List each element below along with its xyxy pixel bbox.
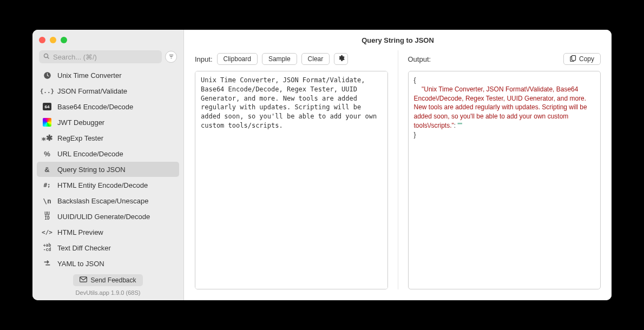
main-body: Input: Clipboard Sample Clear — [184, 50, 612, 300]
percent-icon: % — [42, 149, 52, 159]
output-textarea[interactable]: { "Unix Time Converter, JSON Format\/Val… — [408, 71, 601, 289]
input-textarea[interactable] — [201, 76, 382, 285]
sidebar-list: Unix Time Converter {..} JSON Format/Val… — [32, 68, 183, 270]
sidebar-item-label: HTML Entity Encode/Decode — [57, 181, 148, 189]
sidebar-item-backslash[interactable]: \n Backslash Escape/Unescape — [37, 193, 179, 208]
sidebar-item-json-format[interactable]: {..} JSON Format/Validate — [37, 83, 179, 98]
filter-icon — [168, 54, 174, 61]
sidebar-item-unix-time[interactable]: Unix Time Converter — [37, 68, 179, 83]
output-label: Output: — [408, 55, 431, 63]
sample-button[interactable]: Sample — [262, 53, 297, 65]
copy-button[interactable]: Copy — [563, 53, 601, 65]
app-window: Unix Time Converter {..} JSON Format/Val… — [32, 30, 612, 300]
sidebar-item-regexp[interactable]: ⁎✱ RegExp Tester — [37, 130, 179, 146]
base64-icon: 64 — [42, 102, 52, 111]
search-row — [32, 50, 183, 68]
sidebar-item-base64[interactable]: 64 Base64 Encode/Decode — [37, 99, 179, 114]
version-text: DevUtils.app 1.9.0 (68S) — [37, 289, 179, 296]
main-content: Query String to JSON Input: Clipboard Sa… — [184, 30, 612, 300]
search-input[interactable] — [53, 53, 157, 61]
sidebar-item-html-preview[interactable]: </> HTML Preview — [37, 225, 179, 240]
input-header: Input: Clipboard Sample Clear — [195, 50, 388, 68]
diff-icon: +ab-cd — [42, 243, 52, 253]
window-title: Query String to JSON — [184, 30, 612, 50]
sidebar-item-label: Unix Time Converter — [57, 71, 121, 80]
search-icon — [43, 53, 50, 61]
input-label: Input: — [195, 55, 213, 63]
search-box[interactable] — [39, 50, 162, 63]
sidebar-item-label: Base64 Encode/Decode — [57, 103, 133, 111]
code-icon: </> — [42, 227, 52, 237]
sidebar-item-label: YAML to JSON — [57, 260, 104, 268]
settings-button[interactable] — [334, 53, 348, 65]
gear-icon — [338, 55, 345, 63]
output-header: Output: Copy — [408, 50, 601, 68]
svg-rect-7 — [571, 56, 575, 61]
sidebar-item-query-string[interactable]: & Query String to JSON — [37, 162, 179, 177]
input-textarea-box — [195, 71, 388, 289]
sidebar-item-text-diff[interactable]: +ab-cd Text Diff Checker — [37, 240, 179, 255]
svg-line-1 — [48, 57, 49, 58]
maximize-window-button[interactable] — [61, 37, 67, 43]
sidebar-item-label: UUID/ULID Generate/Decode — [57, 213, 150, 221]
titlebar — [32, 30, 183, 50]
arrow-right-icon — [42, 259, 52, 268]
close-window-button[interactable] — [39, 37, 45, 43]
uuid-icon: UUID — [42, 212, 52, 221]
jwt-icon — [42, 117, 52, 127]
svg-rect-6 — [80, 277, 87, 282]
sidebar-item-label: JWT Debugger — [57, 118, 104, 127]
sidebar-item-label: RegExp Tester — [57, 134, 103, 142]
output-panel: Output: Copy { "Unix Time Converter, JSO… — [398, 50, 601, 289]
input-panel: Input: Clipboard Sample Clear — [195, 50, 398, 289]
minimize-window-button[interactable] — [50, 37, 56, 43]
clock-icon — [42, 70, 52, 80]
sidebar-item-jwt[interactable]: JWT Debugger — [37, 115, 179, 130]
copy-icon — [570, 55, 576, 63]
sidebar-item-yaml-json[interactable]: YAML to JSON — [37, 256, 179, 270]
clear-button[interactable]: Clear — [301, 53, 330, 65]
traffic-lights — [39, 37, 67, 43]
feedback-label: Send Feedback — [90, 276, 136, 284]
ampersand-icon: & — [42, 164, 52, 174]
svg-point-0 — [44, 54, 48, 57]
sidebar-item-label: HTML Preview — [57, 228, 103, 236]
sidebar-item-label: Backslash Escape/Unescape — [57, 197, 148, 205]
sidebar-item-label: URL Encode/Decode — [57, 150, 123, 158]
sidebar-item-label: JSON Format/Validate — [57, 87, 127, 95]
hash-icon: #; — [42, 180, 52, 190]
sidebar-item-label: Text Diff Checker — [57, 244, 111, 252]
mail-icon — [80, 276, 87, 284]
braces-icon: {..} — [42, 86, 52, 96]
clipboard-button[interactable]: Clipboard — [217, 53, 258, 65]
sidebar-item-html-entity[interactable]: #; HTML Entity Encode/Decode — [37, 177, 179, 193]
sidebar-item-url-encode[interactable]: % URL Encode/Decode — [37, 146, 179, 161]
sidebar-item-label: Query String to JSON — [57, 166, 126, 174]
sidebar-item-uuid[interactable]: UUID UUID/ULID Generate/Decode — [37, 209, 179, 224]
asterisk-icon: ⁎✱ — [42, 133, 52, 143]
filter-button[interactable] — [165, 51, 177, 63]
send-feedback-button[interactable]: Send Feedback — [73, 274, 142, 286]
backslash-icon: \n — [42, 196, 52, 206]
sidebar: Unix Time Converter {..} JSON Format/Val… — [32, 30, 184, 300]
copy-label: Copy — [579, 55, 594, 63]
sidebar-footer: Send Feedback DevUtils.app 1.9.0 (68S) — [32, 270, 183, 300]
